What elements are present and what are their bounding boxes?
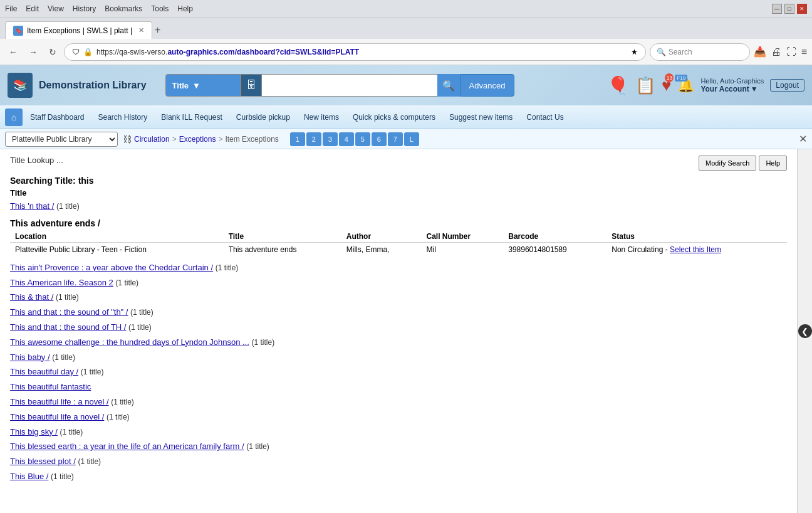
database-select-button[interactable]: 🗄 — [241, 74, 262, 97]
close-icon[interactable]: ✕ — [799, 133, 807, 145]
active-tab[interactable]: 🔖 Item Exceptions | SWLS | platt | ✕ — [5, 21, 152, 39]
browser-menu[interactable]: File Edit View History Bookmarks Tools H… — [5, 4, 193, 13]
nav-staff-dashboard[interactable]: Staff Dashboard — [24, 110, 91, 124]
page-3[interactable]: 3 — [323, 132, 338, 146]
title-link-beautiful-life-novel[interactable]: This beautiful life : a novel / — [10, 397, 109, 406]
cell-title: This adventure ends — [224, 242, 341, 256]
page-6[interactable]: 6 — [372, 132, 387, 146]
page-L[interactable]: L — [404, 132, 419, 146]
new-tab-button[interactable]: + — [155, 21, 160, 39]
title-link-this-blue[interactable]: This Blue / — [10, 472, 48, 481]
menu-view[interactable]: View — [48, 4, 64, 13]
menu-edit[interactable]: Edit — [26, 4, 39, 13]
page-7[interactable]: 7 — [388, 132, 403, 146]
library-logo: 📚 — [8, 73, 33, 98]
pocket-icon[interactable]: 📥 — [754, 46, 766, 58]
nav-contact-us[interactable]: Contact Us — [520, 110, 570, 124]
catalog-icon-button[interactable]: 📋 — [635, 76, 655, 95]
list-item: This beautiful life : a novel / (1 title… — [10, 396, 787, 409]
col-author: Author — [341, 231, 422, 243]
list-item: This beautiful day / (1 title) — [10, 366, 787, 379]
modify-search-button[interactable]: Modify Search — [699, 156, 756, 171]
search-icon: 🔍 — [657, 48, 666, 56]
collapse-panel-button[interactable]: ❮ — [798, 324, 812, 338]
list-item: This beautiful life a novel / (1 title) — [10, 411, 787, 424]
advanced-search-button[interactable]: Advanced — [460, 74, 515, 97]
nav-quick-picks[interactable]: Quick picks & computers — [346, 110, 442, 124]
breadcrumb: ⛓ Circulation > Exceptions > Item Except… — [123, 134, 279, 144]
nav-suggest-new-items[interactable]: Suggest new items — [443, 110, 519, 124]
search-placeholder: Search — [669, 48, 692, 56]
maximize-button[interactable]: □ — [784, 4, 794, 14]
browser-search-bar[interactable]: 🔍 Search — [650, 43, 750, 61]
title-link-beautiful-day[interactable]: This beautiful day / — [10, 367, 78, 376]
search-submit-icon: 🔍 — [442, 80, 455, 92]
your-account-link[interactable]: Your Account ▼ — [700, 85, 764, 93]
back-button[interactable]: ← — [5, 45, 21, 60]
title-link-awesome-challenge[interactable]: This awesome challenge : the hundred day… — [10, 337, 249, 347]
menu-bookmarks[interactable]: Bookmarks — [105, 4, 142, 13]
search-type-label: Title — [172, 81, 189, 90]
title-link-blessed-plot[interactable]: This blessed plot / — [10, 457, 76, 466]
title-link-sound-th-upper[interactable]: This and that : the sound of TH / — [10, 322, 126, 332]
fullscreen-icon[interactable]: ⛶ — [786, 46, 796, 58]
bookmark-icon[interactable]: ★ — [631, 48, 638, 56]
breadcrumb-circulation[interactable]: Circulation — [134, 135, 170, 144]
title-link-this-n-that[interactable]: This 'n that / — [10, 201, 54, 211]
cell-barcode: 39896014801589 — [503, 242, 606, 256]
title-link-baby[interactable]: This baby / — [10, 352, 50, 362]
content-area: Title Lookup ... Modify Search Help Sear… — [0, 149, 797, 513]
page-5[interactable]: 5 — [355, 132, 370, 146]
close-button[interactable]: ✕ — [797, 4, 807, 14]
nav-new-items[interactable]: New items — [298, 110, 345, 124]
section-adventure-ends: This adventure ends / — [10, 218, 787, 228]
cell-author: Mills, Emma, — [341, 242, 422, 256]
breadcrumb-row: Platteville Public Library ⛓ Circulation… — [0, 129, 812, 149]
page-1[interactable]: 1 — [290, 132, 305, 146]
breadcrumb-exceptions[interactable]: Exceptions — [179, 135, 216, 144]
title-link-blessed-earth[interactable]: This blessed earth : a year in the life … — [10, 442, 244, 451]
lock-icon: 🔒 — [83, 48, 93, 56]
menu-help[interactable]: Help — [177, 4, 193, 13]
title-link-american-life[interactable]: This American life. Season 2 — [10, 278, 113, 287]
menu-history[interactable]: History — [73, 4, 96, 13]
title-link-and-that[interactable]: This & that / — [10, 292, 53, 302]
list-item: This & that / (1 title) — [10, 291, 787, 304]
col-barcode: Barcode — [503, 231, 606, 243]
list-item: This awesome challenge : the hundred day… — [10, 336, 787, 349]
title-link-big-sky[interactable]: This big sky / — [10, 427, 58, 436]
page-4[interactable]: 4 — [339, 132, 354, 146]
heart-icon-button[interactable]: ♥ 13 — [662, 76, 671, 95]
hamburger-menu-icon[interactable]: ≡ — [801, 46, 807, 58]
home-button[interactable]: ⌂ — [5, 108, 23, 126]
tab-close-icon[interactable]: ✕ — [138, 26, 144, 34]
search-go-button[interactable]: 🔍 — [437, 74, 460, 97]
menu-file[interactable]: File — [5, 4, 17, 13]
logout-button[interactable]: Logout — [770, 79, 804, 92]
window-controls[interactable]: — □ ✕ — [772, 4, 807, 14]
title-link-sound-th-lower[interactable]: This and that : the sound of "th" / — [10, 307, 128, 317]
title-link-aint-provence[interactable]: This ain't Provence : a year above the C… — [10, 263, 213, 272]
search-type-dropdown[interactable]: Title ▼ — [165, 74, 241, 97]
nav-curbside-pickup[interactable]: Curbside pickup — [230, 110, 296, 124]
url-bar[interactable]: 🛡 🔒 https://qa-swls-verso.auto-graphics.… — [64, 43, 646, 61]
print-icon[interactable]: 🖨 — [771, 46, 781, 58]
url-text: https://qa-swls-verso.auto-graphics.com/… — [96, 48, 359, 56]
menu-tools[interactable]: Tools — [151, 4, 169, 13]
forward-button[interactable]: → — [25, 45, 41, 60]
nav-blank-ill-request[interactable]: Blank ILL Request — [155, 110, 229, 124]
select-this-item-link[interactable]: Select this Item — [670, 245, 721, 254]
help-button[interactable]: Help — [759, 156, 787, 171]
f19-icon-button[interactable]: 🔔 F19 — [677, 77, 694, 93]
nav-search-history[interactable]: Search History — [92, 110, 154, 124]
page-2[interactable]: 2 — [306, 132, 321, 146]
minimize-button[interactable]: — — [772, 4, 782, 14]
title-link-beautiful-life-a-novel[interactable]: This beautiful life a novel / — [10, 412, 104, 421]
balloons-icon-button[interactable]: 🎈 — [607, 75, 629, 96]
tab-label: Item Exceptions | SWLS | platt | — [27, 26, 132, 35]
location-select[interactable]: Platteville Public Library — [5, 132, 118, 147]
search-controls: Title ▼ 🗄 🔍 Advanced — [165, 74, 515, 97]
search-input[interactable] — [262, 74, 437, 97]
title-link-beautiful-fantastic[interactable]: This beautiful fantastic — [10, 382, 91, 391]
refresh-button[interactable]: ↻ — [45, 45, 60, 60]
